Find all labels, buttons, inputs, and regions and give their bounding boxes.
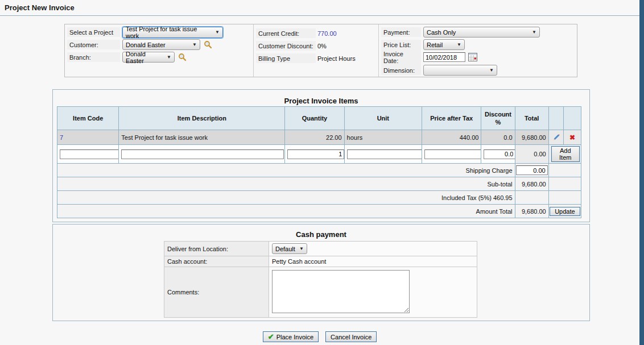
chevron-down-icon: ▼	[192, 42, 197, 47]
col-header-total: Total	[515, 107, 548, 130]
invoice-items-caption: Project Invoice Items	[53, 97, 589, 105]
delete-item-icon[interactable]: ✖	[563, 130, 581, 145]
add-item-button[interactable]: Add Item	[551, 146, 580, 162]
title-divider	[0, 15, 639, 16]
dimension-label: Dimension:	[381, 65, 421, 75]
invoice-date-input[interactable]	[423, 52, 465, 62]
billing-type-value: Project Hours	[316, 55, 356, 62]
cash-payment-table: Deliver from Location: Default ▼ Cash ac…	[164, 241, 477, 318]
cash-payment-panel: Cash payment Deliver from Location: Defa…	[52, 224, 590, 321]
col-header-item-description: Item Description	[119, 107, 285, 130]
amount-total-label: Amount Total	[57, 205, 515, 218]
item-entry-row: 0.00 Add Item	[57, 145, 581, 164]
item-price-cell: 440.00	[422, 130, 481, 145]
table-header-row: Item Code Item Description Quantity Unit…	[57, 107, 581, 130]
item-code-link[interactable]: 7	[60, 134, 63, 141]
price-list-select-value: Retail	[427, 41, 443, 48]
included-tax-row: Included Tax (5%) 460.95	[57, 191, 581, 205]
chevron-down-icon: ▼	[215, 30, 220, 35]
comments-textarea[interactable]	[272, 270, 410, 313]
deliver-from-row: Deliver from Location: Default ▼	[164, 242, 477, 256]
chevron-down-icon: ▼	[489, 68, 494, 73]
deliver-from-select[interactable]: Default ▼	[272, 243, 307, 254]
subtotal-value: 9,680.00	[515, 177, 548, 191]
customer-select[interactable]: Donald Easter ▼	[122, 39, 200, 50]
table-row: 7 Test Project for task issue work 22.00…	[57, 130, 581, 145]
col-header-edit	[548, 107, 563, 130]
update-button[interactable]: Update	[550, 207, 580, 216]
col-header-item-code: Item Code	[57, 107, 119, 130]
page-edge-stripe	[639, 0, 644, 345]
invoice-items-table: Item Code Item Description Quantity Unit…	[57, 106, 581, 218]
cancel-invoice-label: Cancel Invoice	[331, 334, 371, 340]
chevron-down-icon: ▼	[457, 42, 461, 47]
calendar-icon[interactable]	[468, 53, 477, 61]
item-quantity-cell: 22.00	[285, 130, 344, 145]
chevron-down-icon: ▼	[167, 55, 171, 60]
shipping-row: Shipping Charge	[57, 164, 581, 177]
current-credit-value[interactable]: 770.00	[316, 30, 337, 37]
current-credit-label: Current Credit:	[256, 28, 316, 38]
panel-divider	[378, 24, 379, 77]
cancel-invoice-button[interactable]: Cancel Invoice	[325, 331, 377, 342]
cash-account-label: Cash account:	[164, 256, 269, 267]
shipping-charge-input[interactable]	[516, 165, 548, 175]
payment-select-value: Cash Only	[427, 29, 456, 36]
amount-total-row: Amount Total 9,680.00 Update	[57, 205, 581, 218]
project-select-value: Test Project for task issue work	[126, 26, 211, 39]
col-header-unit: Unit	[344, 107, 422, 130]
shipping-empty-cell	[548, 164, 581, 177]
included-tax-empty-cell2	[548, 191, 581, 205]
branch-search-icon[interactable]	[178, 53, 187, 61]
project-label: Select a Project	[67, 27, 120, 37]
new-item-quantity-input[interactable]	[287, 149, 344, 159]
branch-select[interactable]: Donald Easter ▼	[122, 52, 175, 63]
invoice-items-panel: Project Invoice Items Item Code Item Des…	[52, 89, 590, 222]
chevron-down-icon: ▼	[532, 30, 536, 35]
branch-select-value: Donald Easter	[126, 51, 163, 64]
payment-label: Payment:	[381, 27, 421, 37]
page-title: Project New Invoice	[5, 3, 75, 12]
invoice-date-label: Invoice Date:	[381, 49, 421, 65]
customer-search-icon[interactable]	[204, 40, 212, 49]
new-item-discount-input[interactable]	[484, 149, 515, 159]
dimension-select[interactable]: ▼	[423, 65, 497, 76]
customer-label: Customer:	[67, 40, 120, 49]
amount-total-value: 9,680.00	[515, 205, 548, 218]
item-description-cell: Test Project for task issue work	[119, 130, 285, 145]
cash-account-value: Petty Cash account	[269, 256, 477, 267]
item-total-cell: 9,680.00	[515, 130, 548, 145]
customer-discount-label: Customer Discount:	[256, 41, 316, 51]
payment-select[interactable]: Cash Only ▼	[423, 27, 540, 38]
col-header-delete	[563, 107, 581, 130]
customer-discount-value: 0%	[316, 43, 327, 49]
price-list-label: Price List:	[381, 40, 421, 49]
panel-divider	[253, 24, 254, 77]
included-tax-empty-cell	[515, 191, 548, 205]
check-icon: ✔	[268, 332, 274, 341]
subtotal-label: Sub-total	[57, 177, 515, 191]
footer-actions: ✔ Place Invoice Cancel Invoice	[0, 331, 639, 342]
place-invoice-label: Place Invoice	[276, 334, 313, 340]
edit-item-icon[interactable]	[548, 130, 563, 145]
new-item-total-cell: 0.00	[515, 145, 548, 164]
deliver-from-select-value: Default	[275, 246, 295, 252]
new-item-code-input[interactable]	[60, 149, 119, 159]
branch-label: Branch:	[67, 52, 120, 62]
col-header-price-after-tax: Price after Tax	[422, 107, 481, 130]
new-item-unit-input[interactable]	[347, 149, 422, 159]
item-discount-cell: 0.0	[481, 130, 515, 145]
comments-label: Comments:	[164, 267, 269, 318]
place-invoice-button[interactable]: ✔ Place Invoice	[263, 331, 319, 342]
cash-payment-caption: Cash payment	[53, 230, 589, 239]
item-unit-cell: hours	[344, 130, 422, 145]
project-select[interactable]: Test Project for task issue work ▼	[122, 27, 223, 38]
new-item-price-input[interactable]	[424, 149, 481, 159]
subtotal-empty-cell	[548, 177, 581, 191]
invoice-header-panel: Select a Project Test Project for task i…	[64, 24, 577, 77]
price-list-select[interactable]: Retail ▼	[423, 39, 465, 50]
shipping-label: Shipping Charge	[57, 164, 515, 177]
deliver-from-label: Deliver from Location:	[164, 242, 269, 256]
new-item-description-input[interactable]	[121, 149, 284, 159]
subtotal-row: Sub-total 9,680.00	[57, 177, 581, 191]
